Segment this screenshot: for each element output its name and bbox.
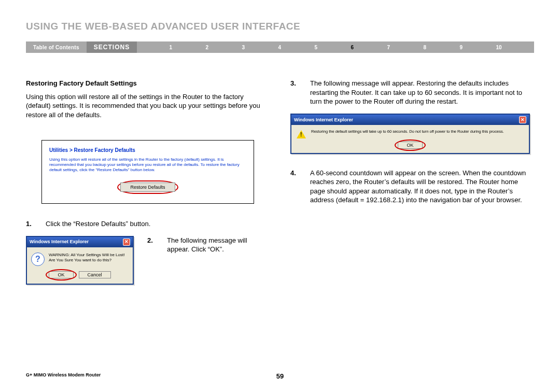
section-link-4[interactable]: 4 — [278, 45, 281, 50]
close-icon[interactable]: ✕ — [123, 239, 130, 246]
page-title: USING THE WEB-BASED ADVANCED USER INTERF… — [26, 21, 534, 32]
section-link-7[interactable]: 7 — [387, 45, 390, 50]
step-2-number: 2. — [147, 236, 157, 254]
ok-button[interactable]: OK — [398, 142, 422, 149]
restoring-dialog: Windows Internet Explorer ✕ Restoring th… — [290, 114, 530, 154]
page-number: 59 — [276, 372, 284, 380]
page-footer: G+ MIMO Wireless Modem Router 59 — [26, 372, 534, 377]
section-link-2[interactable]: 2 — [205, 45, 208, 50]
sections-nav-bar: Table of Contents SECTIONS 1 2 3 4 5 6 7… — [26, 41, 534, 53]
step-4: 4. A 60-second countdown will appear on … — [290, 169, 534, 205]
utilities-description: Using this option will restore all of th… — [49, 157, 246, 173]
section-link-5[interactable]: 5 — [314, 45, 317, 50]
step-3: 3. The following message will appear. Re… — [290, 79, 534, 106]
warning-icon — [297, 130, 306, 138]
step-1-number: 1. — [26, 219, 35, 229]
cancel-button[interactable]: Cancel — [79, 271, 111, 278]
utilities-breadcrumb: Utilities > Restore Factory Defaults — [49, 147, 246, 154]
step-3-number: 3. — [290, 79, 300, 106]
subheading: Restoring Factory Default Settings — [26, 79, 270, 88]
step-4-number: 4. — [290, 169, 300, 205]
dialog2-message: Restoring the default settings will take… — [311, 129, 504, 134]
section-link-1[interactable]: 1 — [169, 45, 172, 50]
step-4-text: A 60-second countdown will appear on the… — [310, 169, 534, 205]
warning-dialog: Windows Internet Explorer ✕ ? WARNING: A… — [26, 236, 134, 285]
product-name: G+ MIMO Wireless Modem Router — [26, 372, 101, 377]
dialog2-title-text: Windows Internet Explorer — [294, 117, 353, 123]
utilities-screenshot: Utilities > Restore Factory Defaults Usi… — [41, 140, 254, 204]
left-column: Restoring Factory Default Settings Using… — [26, 79, 270, 285]
restore-defaults-highlight: Restore Defaults — [117, 180, 178, 194]
section-link-8[interactable]: 8 — [423, 45, 426, 50]
section-link-10[interactable]: 10 — [496, 45, 502, 50]
close-icon[interactable]: ✕ — [519, 116, 526, 123]
section-link-3[interactable]: 3 — [242, 45, 245, 50]
step-2-text: The following message will appear. Click… — [167, 236, 270, 254]
right-column: 3. The following message will appear. Re… — [290, 79, 534, 285]
ok-button[interactable]: OK — [49, 271, 73, 278]
toc-link[interactable]: Table of Contents — [26, 45, 87, 50]
dialog-message: WARNING: All Your Settings Will be Lost!… — [49, 253, 129, 266]
step-3-text: The following message will appear. Resto… — [310, 79, 534, 106]
section-link-6[interactable]: 6 — [351, 45, 354, 50]
step-1-text: Click the “Restore Defaults” button. — [46, 219, 150, 229]
dialog-titlebar: Windows Internet Explorer ✕ — [27, 237, 133, 247]
step-1: 1. Click the “Restore Defaults” button. — [26, 219, 270, 229]
question-icon: ? — [31, 253, 45, 266]
dialog2-titlebar: Windows Internet Explorer ✕ — [291, 115, 529, 125]
content-columns: Restoring Factory Default Settings Using… — [26, 79, 534, 285]
sections-label: SECTIONS — [87, 41, 137, 53]
intro-paragraph: Using this option will restore all of th… — [26, 92, 270, 120]
restore-defaults-button[interactable]: Restore Defaults — [120, 183, 175, 192]
section-number-list: 1 2 3 4 5 6 7 8 9 10 — [137, 45, 534, 50]
dialog-title-text: Windows Internet Explorer — [30, 239, 89, 245]
section-link-9[interactable]: 9 — [460, 45, 463, 50]
